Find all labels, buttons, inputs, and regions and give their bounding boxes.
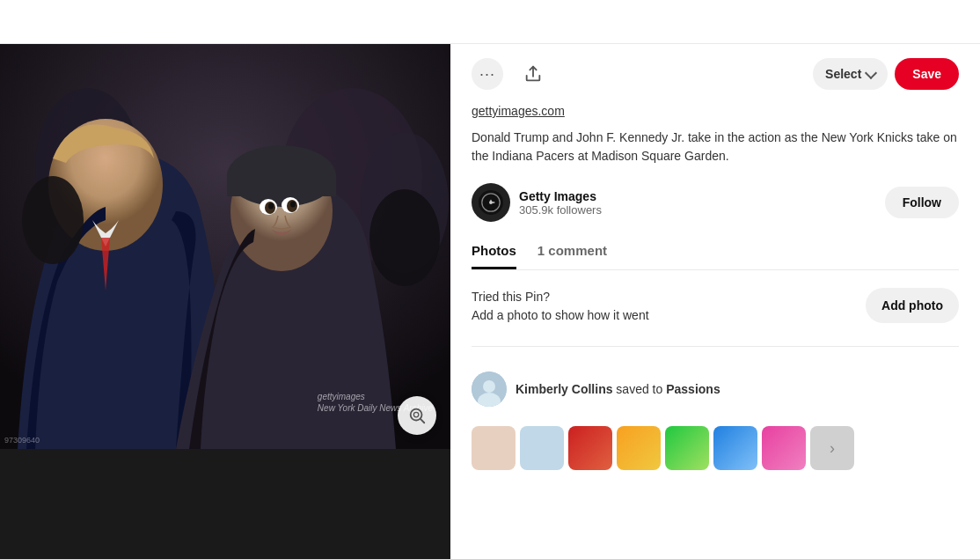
try-pin-line2: Add a photo to show how it went [472, 306, 649, 325]
saved-by-avatar [472, 371, 507, 407]
pin-photo [0, 44, 450, 449]
thumbnail-4[interactable] [617, 426, 661, 470]
saved-board: Passions [666, 382, 720, 396]
saved-by-username: Kimberly Collins [516, 382, 612, 396]
select-dropdown[interactable]: Select [813, 58, 888, 90]
try-pin-text: Tried this Pin? Add a photo to show how … [472, 288, 649, 325]
svg-point-23 [483, 380, 495, 393]
author-row: Getty Images 305.9k followers Follow [472, 183, 959, 222]
svg-point-21 [489, 201, 493, 204]
image-panel: gettyimages New York Daily News Archive … [0, 44, 450, 559]
svg-point-18 [413, 412, 419, 417]
add-photo-button[interactable]: Add photo [866, 288, 959, 323]
pin-description: Donald Trump and John F. Kennedy Jr. tak… [472, 129, 959, 165]
thumbnail-3[interactable] [568, 426, 612, 470]
select-label: Select [825, 67, 861, 81]
svg-point-14 [290, 202, 296, 208]
main-content: gettyimages New York Daily News Archive … [0, 44, 980, 559]
thumbnail-more[interactable]: › [810, 426, 854, 470]
author-name: Getty Images [519, 189, 602, 203]
visual-search-button[interactable] [398, 396, 436, 435]
thumbnail-5[interactable] [665, 426, 709, 470]
more-options-button[interactable]: ··· [472, 58, 503, 90]
svg-rect-8 [227, 174, 336, 196]
try-pin-line1: Tried this Pin? [472, 288, 649, 306]
upload-icon [523, 64, 543, 84]
author-followers: 305.9k followers [519, 203, 602, 217]
tab-comments[interactable]: 1 comment [538, 243, 607, 269]
tabs-row: Photos 1 comment [472, 243, 959, 270]
author-avatar[interactable] [472, 183, 510, 222]
thumbnail-7[interactable] [762, 426, 806, 470]
toolbar-left: ··· [472, 58, 549, 90]
share-button[interactable] [517, 58, 549, 90]
saved-action: saved to [616, 382, 666, 396]
author-text: Getty Images 305.9k followers [519, 189, 602, 217]
bottom-thumbnails: › [472, 426, 959, 470]
author-info: Getty Images 305.9k followers [472, 183, 602, 222]
lens-icon [407, 406, 427, 425]
thumbnail-1[interactable] [472, 426, 516, 470]
svg-point-16 [369, 189, 440, 286]
follow-button[interactable]: Follow [885, 187, 959, 218]
saved-by-row: Kimberly Collins saved to Passions [472, 361, 959, 417]
saved-by-text: Kimberly Collins saved to Passions [516, 382, 720, 396]
thumbnail-6[interactable] [713, 426, 757, 470]
pin-image-area: gettyimages New York Daily News Archive … [0, 44, 450, 449]
more-dots: ··· [479, 65, 495, 84]
save-button[interactable]: Save [895, 58, 959, 90]
source-link[interactable]: gettyimages.com [472, 104, 959, 118]
try-pin-section: Tried this Pin? Add a photo to show how … [472, 288, 959, 325]
info-panel: ··· Select Save [450, 44, 980, 559]
image-id: 97309640 [4, 436, 40, 445]
thumbnail-2[interactable] [520, 426, 564, 470]
chevron-down-icon [865, 67, 877, 79]
top-bar [0, 0, 980, 44]
toolbar: ··· Select Save [472, 58, 959, 90]
toolbar-right: Select Save [813, 58, 959, 90]
svg-point-15 [22, 176, 84, 264]
divider [472, 346, 959, 347]
svg-point-13 [268, 203, 274, 210]
tab-photos[interactable]: Photos [472, 243, 516, 269]
